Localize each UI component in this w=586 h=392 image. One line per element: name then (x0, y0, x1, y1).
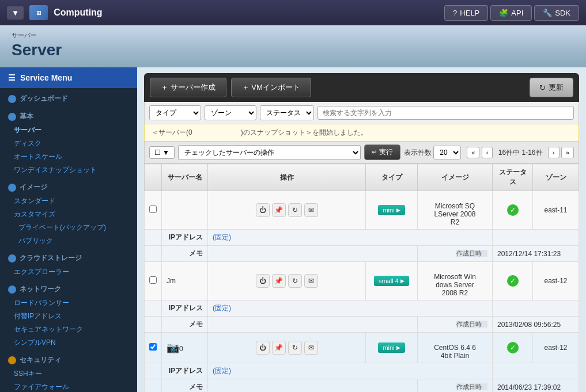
ip-label: IPアドレス (162, 363, 208, 379)
col-zone: ゾーン (533, 164, 579, 191)
help-button[interactable]: ? HELP (444, 5, 488, 21)
sidebar-service-menu: ☰ Service Menu (0, 67, 137, 88)
app-name: Computing (54, 7, 102, 18)
search-input[interactable] (317, 106, 574, 120)
type-badge[interactable]: mini ▶ (378, 342, 404, 353)
refresh-label: 更新 (549, 82, 564, 93)
info-button[interactable]: ✉ (304, 341, 318, 355)
sidebar-item-explorer[interactable]: エクスプローラー (0, 265, 137, 279)
sidebar-item-public[interactable]: パブリック (0, 234, 137, 248)
main-layout: ☰ Service Menu ダッシュボード 基本 サーバー ディスク オートス… (0, 67, 586, 392)
bulk-operation-select[interactable]: チェックしたサーバーの操作 (178, 145, 361, 160)
zone-cell: east-12 (533, 262, 579, 300)
cycle-button[interactable]: ↻ (288, 274, 302, 288)
col-status: ステータス (493, 164, 533, 191)
ip-empty (145, 363, 162, 379)
type-filter[interactable]: タイプ (149, 105, 201, 120)
memo-value (208, 379, 418, 393)
execute-button[interactable]: ↵ 実行 (364, 144, 400, 160)
ip-empty (145, 230, 162, 246)
ip-empty2 (493, 363, 579, 379)
memo-empty (145, 317, 162, 333)
sidebar-item-disk[interactable]: ディスク (0, 137, 137, 150)
power-button[interactable]: ⏻ (256, 203, 270, 217)
power-button[interactable]: ⏻ (256, 341, 270, 355)
memo-empty (145, 379, 162, 393)
action-buttons: ⏻ 📌 ↻ ✉ (213, 274, 361, 288)
first-page-button[interactable]: « (467, 147, 479, 158)
server-memo-row: メモ 作成日時 2012/12/14 17:31:23 (145, 246, 579, 262)
sidebar-item-custom[interactable]: カスタマイズ (0, 208, 137, 221)
app-dropdown-button[interactable]: ▼ (7, 6, 24, 20)
logo-icon: ⊞ (36, 10, 41, 16)
sidebar-item-firewall[interactable]: ファイアウォール (0, 380, 137, 392)
sidebar-item-secure-network[interactable]: セキュアネットワーク (0, 323, 137, 336)
select-all-checkbox[interactable]: ☐ ▼ (149, 146, 175, 159)
row-checkbox[interactable] (149, 276, 157, 284)
last-page-button[interactable]: » (561, 147, 574, 158)
status-filter[interactable]: ステータス (260, 105, 314, 120)
table-row: ⏻ 📌 ↻ ✉ mini ▶ Microsoft SQ LServer 2008… (145, 191, 579, 230)
pagination-text: 16件中 1-16件 (498, 149, 543, 157)
type-badge[interactable]: small 4 ▶ (374, 276, 409, 286)
page-title: Server (12, 41, 574, 59)
sidebar-item-one-day-snapshot[interactable]: ワンデイスナップショット (0, 163, 137, 177)
type-cell: mini ▶ (366, 333, 418, 363)
sidebar-item-standard[interactable]: スタンダード (0, 195, 137, 208)
server-table: サーバー名 操作 タイプ イメージ ステータス ゾーン ⏻ 📌 ↻ (144, 163, 579, 392)
toolbar: ＋ サーバー作成 ＋ VMインポート ↻ 更新 (144, 73, 579, 102)
sidebar-item-ssh-key[interactable]: SSHキー (0, 367, 137, 380)
page-size-select[interactable]: 20 (433, 146, 461, 159)
sidebar-item-load-balancer[interactable]: ロードバランサー (0, 296, 137, 310)
sdk-button[interactable]: 🔧 SDK (534, 5, 579, 21)
top-navigation: ▼ ⊞ Computing ? HELP 🧩 API 🔧 SDK (0, 0, 586, 25)
sidebar-item-simple-vpn[interactable]: シンプルVPN (0, 336, 137, 349)
cycle-button[interactable]: ↻ (288, 203, 302, 217)
refresh-button[interactable]: ↻ 更新 (530, 78, 573, 97)
api-button[interactable]: 🧩 API (490, 5, 532, 21)
type-badge[interactable]: mini ▶ (378, 205, 404, 215)
import-vm-button[interactable]: ＋ VMインポート (231, 78, 311, 97)
cycle-button[interactable]: ↻ (288, 341, 302, 355)
sidebar-section-label-basic: 基本 (20, 112, 33, 121)
row-checkbox-cell (145, 333, 162, 363)
type-label: small 4 (379, 277, 399, 284)
prev-page-button[interactable]: ‹ (482, 147, 493, 158)
table-controls: ☐ ▼ チェックしたサーバーの操作 ↵ 実行 表示件数 20 « ‹ 16件中 … (144, 142, 579, 163)
camera-icon[interactable]: 📷 (167, 342, 179, 353)
table-header-row: サーバー名 操作 タイプ イメージ ステータス ゾーン (145, 164, 579, 191)
sidebar-dashboard-item[interactable]: ダッシュボード (0, 88, 137, 106)
info-button[interactable]: ✉ (304, 274, 318, 288)
create-server-button[interactable]: ＋ サーバー作成 (150, 78, 226, 97)
zone-name: east-11 (544, 206, 567, 214)
created-value: 2013/02/08 09:56:25 (493, 317, 579, 333)
network-dot-icon (8, 286, 16, 294)
pin-button[interactable]: 📌 (272, 274, 286, 288)
server-ip-row: IPアドレス (固定) (145, 300, 579, 317)
row-checkbox[interactable] (149, 343, 157, 351)
ip-value-cell: (固定) (208, 300, 493, 317)
power-button[interactable]: ⏻ (256, 274, 270, 288)
next-page-button[interactable]: › (548, 147, 559, 158)
refresh-icon: ↻ (539, 83, 546, 92)
pin-button[interactable]: 📌 (272, 203, 286, 217)
zone-filter[interactable]: ゾーン (205, 105, 256, 120)
ip-empty2 (493, 300, 579, 317)
row-checkbox[interactable] (149, 205, 157, 213)
server-name: Jm (167, 277, 176, 285)
sidebar-item-server[interactable]: サーバー (0, 124, 137, 137)
action-buttons: ⏻ 📌 ↻ ✉ (213, 203, 361, 217)
top-nav-right: ? HELP 🧩 API 🔧 SDK (444, 5, 579, 21)
breadcrumb: サーバー (12, 31, 574, 40)
sidebar-item-additional-ip[interactable]: 付替IPアドレス (0, 310, 137, 323)
pin-button[interactable]: 📌 (272, 341, 286, 355)
top-nav-left: ▼ ⊞ Computing (7, 5, 103, 20)
sidebar-section-security: セキュリティ (0, 349, 137, 367)
type-cell: mini ▶ (366, 191, 418, 230)
info-button[interactable]: ✉ (304, 203, 318, 217)
sidebar-item-autoscale[interactable]: オートスケール (0, 150, 137, 163)
ip-value-cell: (固定) (208, 363, 493, 379)
sidebar-item-private-backup[interactable]: プライベート(バックアップ) (0, 221, 137, 234)
image-name: Microsoft Win dows Server 2008 R2 (434, 273, 476, 297)
image-cell: Microsoft Win dows Server 2008 R2 (418, 262, 493, 300)
